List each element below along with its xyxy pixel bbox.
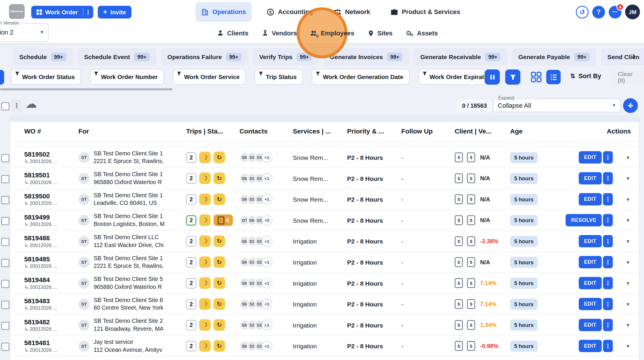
recurring-icon[interactable]: ↻ xyxy=(214,298,225,310)
row-action-button[interactable]: EDIT xyxy=(579,172,602,184)
wo-child-link[interactable]: ↳20012026 ... xyxy=(24,263,65,269)
row-expand-caret[interactable]: ▾ xyxy=(623,175,633,181)
action-chip[interactable]: Operations Failure 99+ xyxy=(161,48,248,65)
row-menu-button[interactable]: ⋮ xyxy=(603,193,613,205)
work-order-button[interactable]: Work Order xyxy=(31,6,83,19)
wo-number[interactable]: 5819481 xyxy=(24,339,65,347)
row-menu-button[interactable]: ⋮ xyxy=(603,214,613,226)
trips-count[interactable]: 2 xyxy=(186,236,196,246)
after-hours-icon[interactable]: ☽ xyxy=(199,173,211,184)
recurring-icon[interactable]: ↻ xyxy=(214,340,225,352)
filter-button[interactable] xyxy=(505,69,521,85)
wo-number[interactable]: 5819485 xyxy=(24,255,65,263)
recurring-icon[interactable]: ↻ xyxy=(214,319,225,331)
wo-child-link[interactable]: ↳20012026 ... xyxy=(24,200,65,206)
subnav-item-assets[interactable]: ⚙⚙ Assets xyxy=(406,29,438,37)
row-menu-button[interactable]: ⋮ xyxy=(603,172,613,184)
row-checkbox[interactable] xyxy=(1,175,9,183)
grid-view-toggle[interactable] xyxy=(531,71,542,83)
after-hours-icon[interactable]: ☽ xyxy=(199,215,211,226)
trips-count[interactable]: 2 xyxy=(186,320,196,330)
row-menu-button[interactable]: ⋮ xyxy=(603,319,613,331)
invoice-icon[interactable]: $ xyxy=(455,236,463,246)
row-menu-button[interactable]: ⋮ xyxy=(603,298,613,310)
invoice-icon[interactable]: $ xyxy=(455,215,463,225)
row-checkbox[interactable] xyxy=(1,238,9,246)
trips-count[interactable]: 2 xyxy=(186,278,196,288)
row-expand-caret[interactable]: ▾ xyxy=(623,343,633,349)
contact-more-badge[interactable]: +1 xyxy=(262,278,272,288)
trips-count[interactable]: 2 xyxy=(186,257,196,267)
chips-scroll-right-button[interactable]: › xyxy=(630,49,638,63)
avatar[interactable]: JM xyxy=(625,4,640,19)
row-checkbox[interactable] xyxy=(1,259,9,267)
add-button[interactable]: + xyxy=(623,98,638,113)
row-checkbox[interactable] xyxy=(1,280,9,288)
invoice-icon[interactable]: $ xyxy=(455,341,463,351)
invoice-icon[interactable]: $ xyxy=(455,173,463,183)
invoice-icon[interactable]: $ xyxy=(455,194,463,204)
action-chip[interactable]: Schedule 99+ xyxy=(13,48,73,65)
action-chip[interactable]: Generate Payable 99+ xyxy=(512,48,596,65)
row-expand-caret[interactable]: ▾ xyxy=(623,196,633,203)
payable-icon[interactable]: $ xyxy=(467,215,475,225)
recurring-icon[interactable]: ↻ xyxy=(214,235,225,247)
payable-icon[interactable]: $ xyxy=(467,257,475,267)
row-checkbox[interactable] xyxy=(1,322,9,330)
history-icon[interactable]: ↺ xyxy=(576,6,589,18)
payable-icon[interactable]: $ xyxy=(467,236,475,246)
contact-more-badge[interactable]: +1 xyxy=(262,257,272,267)
filter-chip[interactable]: Work Order Expiration Date xyxy=(418,69,485,85)
subnav-item-clients[interactable]: Clients xyxy=(217,29,248,37)
wo-child-link[interactable]: ↳20012026 ... xyxy=(24,347,65,353)
payable-icon[interactable]: $ xyxy=(467,299,475,309)
recurring-icon[interactable]: ↻ xyxy=(214,277,225,289)
row-action-button[interactable]: EDIT xyxy=(579,256,602,268)
recurring-icon[interactable]: ↻ xyxy=(214,152,225,163)
row-action-button[interactable]: EDIT xyxy=(579,277,602,289)
clear-filters-button[interactable]: Clear (0) xyxy=(613,70,644,84)
row-checkbox[interactable] xyxy=(1,343,9,351)
contact-more-badge[interactable]: +1 xyxy=(262,173,272,184)
filter-chip[interactable]: Work Order Number xyxy=(90,69,164,85)
list-view-toggle[interactable] xyxy=(546,70,561,84)
contact-more-badge[interactable]: +1 xyxy=(262,194,272,205)
contact-more-badge[interactable]: +1 xyxy=(262,152,272,162)
invite-button[interactable]: + Invite xyxy=(98,6,131,19)
row-menu-button[interactable]: ⋮ xyxy=(603,340,613,352)
row-action-button[interactable]: EDIT xyxy=(579,298,602,310)
recurring-icon[interactable]: ↻ xyxy=(214,173,225,184)
after-hours-icon[interactable]: ☽ xyxy=(199,277,211,289)
after-hours-icon[interactable]: ☽ xyxy=(199,298,211,310)
wo-child-link[interactable]: ↳20012026 ... xyxy=(24,242,65,248)
select-all-checkbox[interactable] xyxy=(1,102,9,111)
wo-child-link[interactable]: ↳20012026 ... xyxy=(24,305,65,311)
wo-number[interactable]: 5819501 xyxy=(24,172,65,179)
wo-number[interactable]: 5819499 xyxy=(24,213,65,221)
recurring-icon[interactable]: ↻ xyxy=(214,256,225,268)
row-menu-button[interactable]: ⋮ xyxy=(603,235,613,247)
contact-more-badge[interactable]: +2 xyxy=(262,215,272,225)
trips-count[interactable]: 2 xyxy=(186,194,196,204)
row-expand-caret[interactable]: ▾ xyxy=(623,280,633,286)
wo-child-link[interactable]: ↳20012026 ... xyxy=(24,326,65,332)
expand-collapse-select[interactable]: Expand Collapse All ▾ xyxy=(493,99,621,112)
row-expand-caret[interactable]: ▾ xyxy=(623,154,633,160)
after-hours-icon[interactable]: ☽ xyxy=(199,235,211,247)
wo-number[interactable]: 5819486 xyxy=(24,234,65,242)
row-menu-button[interactable]: ⋮ xyxy=(603,256,613,268)
row-action-button[interactable]: RESOLVE xyxy=(566,214,602,226)
row-checkbox[interactable] xyxy=(1,196,9,204)
tab-operations[interactable]: Operations xyxy=(195,2,252,22)
filter-chip[interactable]: Work Order Service xyxy=(173,69,246,85)
row-menu-button[interactable]: ⋮ xyxy=(603,151,613,164)
contact-more-badge[interactable]: +1 xyxy=(262,236,272,246)
wo-child-link[interactable]: ↳20012026 ... xyxy=(24,158,65,164)
payable-icon[interactable]: $ xyxy=(467,173,475,183)
row-expand-caret[interactable]: ▾ xyxy=(623,259,633,265)
row-checkbox[interactable] xyxy=(1,301,9,309)
row-action-button[interactable]: EDIT xyxy=(579,340,602,352)
trips-count[interactable]: 2 xyxy=(186,341,196,351)
trips-count[interactable]: 2 xyxy=(186,299,196,309)
row-expand-caret[interactable]: ▾ xyxy=(623,238,633,244)
